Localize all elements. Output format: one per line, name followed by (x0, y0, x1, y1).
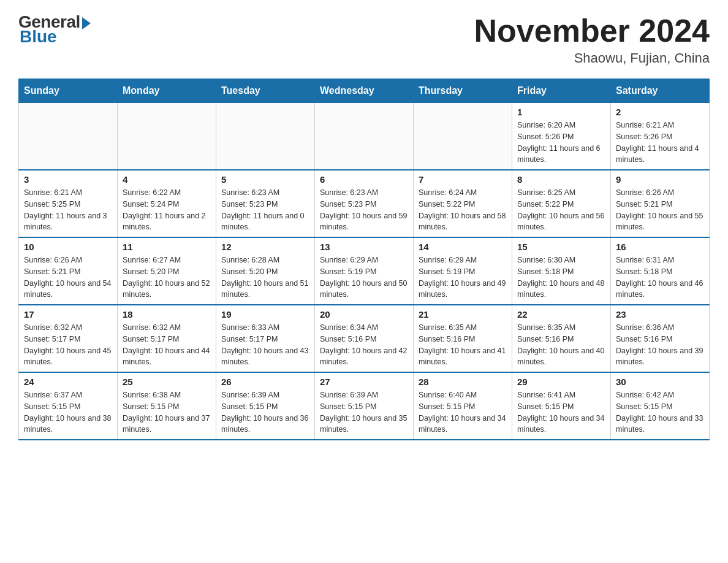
day-info: Sunrise: 6:28 AMSunset: 5:20 PMDaylight:… (221, 255, 309, 301)
title-section: November 2024 Shaowu, Fujian, China (474, 12, 710, 66)
calendar-cell: 11Sunrise: 6:27 AMSunset: 5:20 PMDayligh… (118, 237, 216, 305)
day-number: 25 (123, 377, 211, 387)
page-header: General Blue November 2024 Shaowu, Fujia… (18, 12, 710, 66)
day-info: Sunrise: 6:21 AMSunset: 5:26 PMDaylight:… (616, 120, 704, 166)
days-header-row: SundayMondayTuesdayWednesdayThursdayFrid… (19, 79, 710, 103)
calendar-cell: 9Sunrise: 6:26 AMSunset: 5:21 PMDaylight… (611, 170, 710, 237)
calendar-cell: 10Sunrise: 6:26 AMSunset: 5:21 PMDayligh… (19, 237, 118, 305)
calendar-cell: 5Sunrise: 6:23 AMSunset: 5:23 PMDaylight… (216, 170, 315, 237)
day-header-thursday: Thursday (414, 79, 512, 103)
day-number: 23 (616, 309, 704, 320)
calendar-header: SundayMondayTuesdayWednesdayThursdayFrid… (19, 79, 710, 103)
day-number: 8 (517, 174, 605, 185)
week-row-2: 3Sunrise: 6:21 AMSunset: 5:25 PMDaylight… (19, 170, 710, 237)
day-info: Sunrise: 6:42 AMSunset: 5:15 PMDaylight:… (616, 389, 704, 435)
calendar-cell (216, 103, 315, 170)
day-info: Sunrise: 6:26 AMSunset: 5:21 PMDaylight:… (24, 255, 112, 301)
calendar-cell: 4Sunrise: 6:22 AMSunset: 5:24 PMDaylight… (118, 170, 216, 237)
calendar-cell: 17Sunrise: 6:32 AMSunset: 5:17 PMDayligh… (19, 305, 118, 372)
day-info: Sunrise: 6:25 AMSunset: 5:22 PMDaylight:… (517, 187, 605, 233)
calendar-cell: 20Sunrise: 6:34 AMSunset: 5:16 PMDayligh… (315, 305, 414, 372)
day-info: Sunrise: 6:40 AMSunset: 5:15 PMDaylight:… (419, 389, 507, 435)
calendar-cell: 24Sunrise: 6:37 AMSunset: 5:15 PMDayligh… (19, 372, 118, 440)
calendar-cell: 16Sunrise: 6:31 AMSunset: 5:18 PMDayligh… (611, 237, 710, 305)
calendar-cell: 19Sunrise: 6:33 AMSunset: 5:17 PMDayligh… (216, 305, 315, 372)
location-text: Shaowu, Fujian, China (474, 50, 710, 66)
day-number: 6 (320, 174, 408, 185)
day-number: 13 (320, 242, 408, 252)
day-header-tuesday: Tuesday (216, 79, 315, 103)
calendar-cell: 25Sunrise: 6:38 AMSunset: 5:15 PMDayligh… (118, 372, 216, 440)
day-info: Sunrise: 6:39 AMSunset: 5:15 PMDaylight:… (320, 389, 408, 435)
day-number: 19 (221, 309, 309, 320)
day-number: 7 (419, 174, 507, 185)
day-info: Sunrise: 6:34 AMSunset: 5:16 PMDaylight:… (320, 322, 408, 368)
day-number: 11 (123, 242, 211, 252)
day-info: Sunrise: 6:22 AMSunset: 5:24 PMDaylight:… (123, 187, 211, 233)
calendar-cell (118, 103, 216, 170)
day-info: Sunrise: 6:27 AMSunset: 5:20 PMDaylight:… (123, 255, 211, 301)
day-header-monday: Monday (118, 79, 216, 103)
calendar-cell: 3Sunrise: 6:21 AMSunset: 5:25 PMDaylight… (19, 170, 118, 237)
day-number: 29 (517, 377, 605, 387)
calendar-cell (414, 103, 512, 170)
day-number: 16 (616, 242, 704, 252)
day-number: 2 (616, 107, 704, 117)
calendar-cell: 29Sunrise: 6:41 AMSunset: 5:15 PMDayligh… (512, 372, 611, 440)
calendar-cell: 30Sunrise: 6:42 AMSunset: 5:15 PMDayligh… (611, 372, 710, 440)
day-number: 28 (419, 377, 507, 387)
calendar-cell: 1Sunrise: 6:20 AMSunset: 5:26 PMDaylight… (512, 103, 611, 170)
calendar-table: SundayMondayTuesdayWednesdayThursdayFrid… (18, 79, 710, 440)
day-number: 9 (616, 174, 704, 185)
calendar-cell: 15Sunrise: 6:30 AMSunset: 5:18 PMDayligh… (512, 237, 611, 305)
calendar-body: 1Sunrise: 6:20 AMSunset: 5:26 PMDaylight… (19, 103, 710, 440)
day-header-saturday: Saturday (611, 79, 710, 103)
calendar-cell: 12Sunrise: 6:28 AMSunset: 5:20 PMDayligh… (216, 237, 315, 305)
calendar-cell: 7Sunrise: 6:24 AMSunset: 5:22 PMDaylight… (414, 170, 512, 237)
day-info: Sunrise: 6:31 AMSunset: 5:18 PMDaylight:… (616, 255, 704, 301)
day-number: 10 (24, 242, 112, 252)
day-number: 4 (123, 174, 211, 185)
calendar-cell: 2Sunrise: 6:21 AMSunset: 5:26 PMDaylight… (611, 103, 710, 170)
day-info: Sunrise: 6:35 AMSunset: 5:16 PMDaylight:… (517, 322, 605, 368)
calendar-cell (315, 103, 414, 170)
day-header-friday: Friday (512, 79, 611, 103)
calendar-cell: 8Sunrise: 6:25 AMSunset: 5:22 PMDaylight… (512, 170, 611, 237)
day-info: Sunrise: 6:20 AMSunset: 5:26 PMDaylight:… (517, 120, 605, 166)
logo: General Blue (18, 12, 91, 47)
calendar-cell: 22Sunrise: 6:35 AMSunset: 5:16 PMDayligh… (512, 305, 611, 372)
day-info: Sunrise: 6:23 AMSunset: 5:23 PMDaylight:… (221, 187, 309, 233)
day-number: 24 (24, 377, 112, 387)
calendar-cell: 6Sunrise: 6:23 AMSunset: 5:23 PMDaylight… (315, 170, 414, 237)
calendar-cell: 14Sunrise: 6:29 AMSunset: 5:19 PMDayligh… (414, 237, 512, 305)
week-row-3: 10Sunrise: 6:26 AMSunset: 5:21 PMDayligh… (19, 237, 710, 305)
day-info: Sunrise: 6:29 AMSunset: 5:19 PMDaylight:… (320, 255, 408, 301)
day-number: 3 (24, 174, 112, 185)
day-header-sunday: Sunday (19, 79, 118, 103)
day-info: Sunrise: 6:23 AMSunset: 5:23 PMDaylight:… (320, 187, 408, 233)
day-number: 30 (616, 377, 704, 387)
day-info: Sunrise: 6:36 AMSunset: 5:16 PMDaylight:… (616, 322, 704, 368)
calendar-cell: 18Sunrise: 6:32 AMSunset: 5:17 PMDayligh… (118, 305, 216, 372)
calendar-cell: 23Sunrise: 6:36 AMSunset: 5:16 PMDayligh… (611, 305, 710, 372)
day-number: 1 (517, 107, 605, 117)
day-number: 21 (419, 309, 507, 320)
month-title: November 2024 (474, 12, 710, 49)
day-info: Sunrise: 6:30 AMSunset: 5:18 PMDaylight:… (517, 255, 605, 301)
day-number: 15 (517, 242, 605, 252)
calendar-cell: 21Sunrise: 6:35 AMSunset: 5:16 PMDayligh… (414, 305, 512, 372)
day-number: 17 (24, 309, 112, 320)
day-number: 27 (320, 377, 408, 387)
day-info: Sunrise: 6:21 AMSunset: 5:25 PMDaylight:… (24, 187, 112, 233)
day-info: Sunrise: 6:33 AMSunset: 5:17 PMDaylight:… (221, 322, 309, 368)
day-number: 20 (320, 309, 408, 320)
calendar-cell: 13Sunrise: 6:29 AMSunset: 5:19 PMDayligh… (315, 237, 414, 305)
week-row-5: 24Sunrise: 6:37 AMSunset: 5:15 PMDayligh… (19, 372, 710, 440)
day-number: 14 (419, 242, 507, 252)
logo-blue-text: Blue (20, 27, 57, 47)
day-number: 18 (123, 309, 211, 320)
day-info: Sunrise: 6:39 AMSunset: 5:15 PMDaylight:… (221, 389, 309, 435)
day-info: Sunrise: 6:32 AMSunset: 5:17 PMDaylight:… (123, 322, 211, 368)
day-number: 26 (221, 377, 309, 387)
week-row-1: 1Sunrise: 6:20 AMSunset: 5:26 PMDaylight… (19, 103, 710, 170)
